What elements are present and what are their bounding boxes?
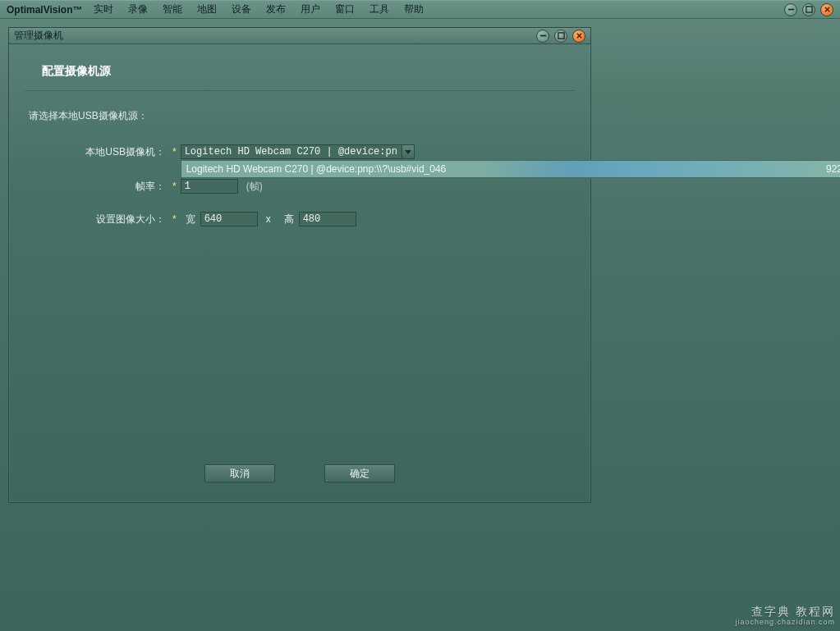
menu-help[interactable]: 帮助 <box>404 2 424 16</box>
required-marker: * <box>172 146 177 158</box>
dialog-close-button[interactable] <box>572 30 585 43</box>
dialog-minimize-button[interactable] <box>536 30 549 43</box>
camera-select: Logitech HD Webcam C270 | @device:pnp:\\… <box>181 144 415 159</box>
form-area: 本地USB摄像机： * Logitech HD Webcam C270 | @d… <box>9 144 590 226</box>
section-title: 配置摄像机源 <box>9 44 590 90</box>
menu-publish[interactable]: 发布 <box>266 2 286 16</box>
menubar: 实时 录像 智能 地图 设备 发布 用户 窗口 工具 帮助 <box>94 2 424 16</box>
row-camera: 本地USB摄像机： * Logitech HD Webcam C270 | @d… <box>29 144 571 159</box>
minimize-button[interactable] <box>784 3 797 16</box>
svg-rect-1 <box>806 7 811 12</box>
camera-dropdown-list[interactable]: Logitech HD Webcam C270 | @device:pnp:\\… <box>181 160 840 178</box>
menu-user[interactable]: 用户 <box>301 2 320 16</box>
app-title: OptimalVision™ <box>7 4 82 16</box>
prompt-text: 请选择本地USB摄像机源： <box>9 91 590 144</box>
required-marker: * <box>172 213 177 225</box>
svg-rect-5 <box>558 33 563 39</box>
camera-dropdown-button[interactable] <box>402 144 415 159</box>
svg-rect-0 <box>787 9 793 11</box>
height-label: 高 <box>284 213 294 226</box>
fps-label: 帧率： <box>29 180 168 194</box>
application-window: OptimalVision™ 实时 录像 智能 地图 设备 发布 用户 窗口 工… <box>0 0 840 631</box>
camera-label: 本地USB摄像机： <box>29 145 168 159</box>
chevron-down-icon <box>405 150 411 154</box>
required-marker: * <box>172 181 177 192</box>
height-input[interactable] <box>299 212 356 226</box>
manage-camera-dialog: 管理摄像机 配置摄像机源 请选择本地USB摄像机源： 本地USB摄像机： * <box>8 27 591 503</box>
row-size: 设置图像大小： * 宽 x 高 <box>29 212 571 226</box>
fps-hint: (帧) <box>246 180 263 194</box>
ok-button[interactable]: 确定 <box>324 464 395 482</box>
close-button[interactable] <box>820 3 833 16</box>
dialog-maximize-button[interactable] <box>554 30 567 43</box>
dialog-window-controls <box>536 30 585 43</box>
watermark: 查字典 教程网 jiaocheng.chazidian.com <box>735 605 835 626</box>
watermark-sub: jiaocheng.chazidian.com <box>735 618 835 626</box>
menu-tools[interactable]: 工具 <box>370 2 389 16</box>
menu-intelligent[interactable]: 智能 <box>163 2 182 16</box>
window-controls <box>784 3 833 16</box>
cancel-button[interactable]: 取消 <box>204 464 275 482</box>
menu-window[interactable]: 窗口 <box>335 2 355 16</box>
menu-map[interactable]: 地图 <box>197 2 217 16</box>
dialog-titlebar: 管理摄像机 <box>9 28 590 44</box>
size-label: 设置图像大小： <box>29 213 168 226</box>
watermark-main: 查字典 教程网 <box>751 605 835 618</box>
menu-realtime[interactable]: 实时 <box>94 2 113 16</box>
times-label: x <box>266 213 271 225</box>
camera-dropdown-item-tail: 9223 <box>826 163 840 175</box>
button-row: 取消 确定 <box>9 464 590 482</box>
width-input[interactable] <box>200 212 258 226</box>
maximize-button[interactable] <box>802 3 815 16</box>
row-fps: 帧率： * (帧) <box>29 179 571 194</box>
camera-dropdown-item[interactable]: Logitech HD Webcam C270 | @device:pnp:\\… <box>186 163 447 175</box>
width-label: 宽 <box>186 213 195 226</box>
titlebar: OptimalVision™ 实时 录像 智能 地图 设备 发布 用户 窗口 工… <box>0 1 840 19</box>
svg-rect-4 <box>539 35 545 37</box>
camera-input[interactable] <box>181 144 402 159</box>
menu-device[interactable]: 设备 <box>232 2 251 16</box>
fps-input[interactable] <box>181 179 238 194</box>
menu-record[interactable]: 录像 <box>128 2 148 16</box>
dialog-title: 管理摄像机 <box>14 29 63 43</box>
